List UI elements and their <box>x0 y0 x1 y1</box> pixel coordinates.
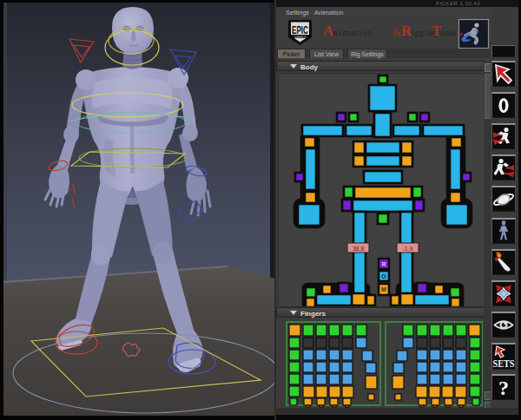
svg-text:R: R <box>381 261 386 267</box>
svg-text:38.8: 38.8 <box>353 246 365 252</box>
svg-text:&: & <box>392 26 401 38</box>
svg-text:SETS: SETS <box>493 358 515 370</box>
svg-text:O: O <box>381 273 386 279</box>
svg-text:-1.9: -1.9 <box>402 246 412 252</box>
svg-text:M: M <box>381 286 386 292</box>
svg-text:ools: ools <box>440 28 456 37</box>
svg-text:EPIC: EPIC <box>292 24 308 36</box>
svg-text:?: ? <box>498 377 509 399</box>
svg-text:GAMES: GAMES <box>294 36 307 39</box>
svg-text:nimation: nimation <box>333 28 373 37</box>
